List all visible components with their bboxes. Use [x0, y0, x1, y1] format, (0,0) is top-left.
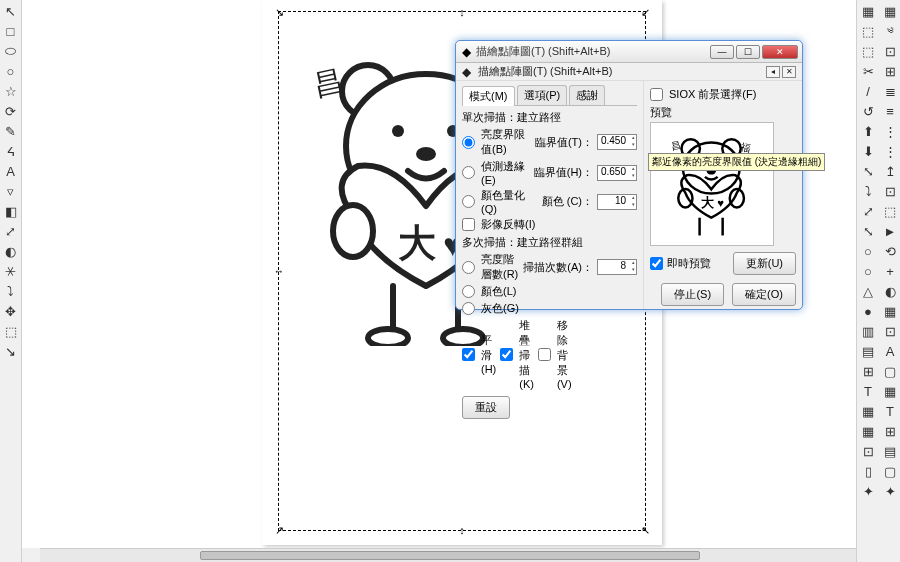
rtool-a-14[interactable]: △ — [859, 282, 877, 300]
rtool-a-10[interactable]: ⤢ — [859, 202, 877, 220]
rtool-a-13[interactable]: ○ — [859, 262, 877, 280]
input-scans[interactable]: 8 — [597, 259, 637, 275]
dialog-titlebar[interactable]: ◆ 描繪點陣圖(T) (Shift+Alt+B) — ☐ ✕ — [456, 41, 802, 63]
tool-3dbox[interactable]: ⬭ — [2, 42, 20, 60]
rtool-a-16[interactable]: ▥ — [859, 322, 877, 340]
rtool-b-1[interactable]: ༄ — [881, 22, 899, 40]
radio-edge[interactable] — [462, 166, 475, 179]
radio-quantize[interactable] — [462, 195, 475, 208]
input-edge-threshold[interactable]: 0.650 — [597, 165, 637, 181]
tool-spiral[interactable]: ⟳ — [2, 102, 20, 120]
rtool-b-21[interactable]: ⊞ — [881, 422, 899, 440]
tool-tweak[interactable]: ◐ — [2, 242, 20, 260]
rtool-a-20[interactable]: ▦ — [859, 402, 877, 420]
rtool-a-15[interactable]: ● — [859, 302, 877, 320]
dock-button[interactable]: ◂ — [766, 66, 780, 78]
checkbox-smooth[interactable] — [462, 348, 475, 361]
radio-brightness[interactable] — [462, 136, 475, 149]
rtool-a-5[interactable]: ↺ — [859, 102, 877, 120]
checkbox-realtime[interactable] — [650, 257, 663, 270]
rtool-b-13[interactable]: + — [881, 262, 899, 280]
rtool-b-24[interactable]: ✦ — [881, 482, 899, 500]
rtool-b-23[interactable]: ▢ — [881, 462, 899, 480]
horizontal-scrollbar[interactable] — [40, 548, 856, 562]
rtool-b-8[interactable]: ↥ — [881, 162, 899, 180]
rtool-b-6[interactable]: ⋮ — [881, 122, 899, 140]
ok-button[interactable]: 確定(O) — [732, 283, 796, 306]
rtool-b-0[interactable]: ▦ — [881, 2, 899, 20]
handle-left[interactable]: ↔ — [273, 265, 285, 277]
tool-select[interactable]: ↖ — [2, 2, 20, 20]
tool-node[interactable]: ⤢ — [2, 222, 20, 240]
rtool-b-19[interactable]: ▦ — [881, 382, 899, 400]
tool-measure[interactable]: ✥ — [2, 302, 20, 320]
tool-pencil[interactable]: ✎ — [2, 122, 20, 140]
checkbox-stack[interactable] — [500, 348, 513, 361]
rtool-a-22[interactable]: ⊡ — [859, 442, 877, 460]
rtool-b-10[interactable]: ⬚ — [881, 202, 899, 220]
rtool-a-24[interactable]: ✦ — [859, 482, 877, 500]
tool-connector[interactable]: ⤵ — [2, 282, 20, 300]
tool-calligraphy[interactable]: ᔦ — [2, 142, 20, 160]
minimize-button[interactable]: — — [710, 45, 734, 59]
sub-close-button[interactable]: ✕ — [782, 66, 796, 78]
handle-top[interactable]: ↕ — [456, 6, 468, 18]
tool-text[interactable]: A — [2, 162, 20, 180]
rtool-b-12[interactable]: ⟲ — [881, 242, 899, 260]
rtool-a-11[interactable]: ⤡ — [859, 222, 877, 240]
handle-top-right[interactable]: ↙ — [639, 6, 651, 18]
tool-rect[interactable]: □ — [2, 22, 20, 40]
rtool-a-3[interactable]: ✂ — [859, 62, 877, 80]
rtool-a-21[interactable]: ▦ — [859, 422, 877, 440]
close-button[interactable]: ✕ — [762, 45, 798, 59]
rtool-a-9[interactable]: ⤵ — [859, 182, 877, 200]
handle-top-left[interactable]: ↘ — [273, 6, 285, 18]
checkbox-siox[interactable] — [650, 88, 663, 101]
rtool-a-0[interactable]: ▦ — [859, 2, 877, 20]
rtool-b-7[interactable]: ⋮ — [881, 142, 899, 160]
maximize-button[interactable]: ☐ — [736, 45, 760, 59]
rtool-b-11[interactable]: ► — [881, 222, 899, 240]
tool-bucket[interactable]: ▿ — [2, 182, 20, 200]
rtool-b-17[interactable]: A — [881, 342, 899, 360]
rtool-b-16[interactable]: ⊡ — [881, 322, 899, 340]
update-button[interactable]: 更新(U) — [733, 252, 796, 275]
rtool-a-23[interactable]: ▯ — [859, 462, 877, 480]
checkbox-invert[interactable] — [462, 218, 475, 231]
tool-star[interactable]: ☆ — [2, 82, 20, 100]
handle-bottom[interactable]: ↕ — [456, 524, 468, 536]
rtool-b-14[interactable]: ◐ — [881, 282, 899, 300]
rtool-a-7[interactable]: ⬇ — [859, 142, 877, 160]
input-colors[interactable]: 10 — [597, 194, 637, 210]
rtool-b-15[interactable]: ▦ — [881, 302, 899, 320]
handle-bottom-left[interactable]: ↗ — [273, 524, 285, 536]
rtool-b-20[interactable]: T — [881, 402, 899, 420]
tool-dropper[interactable]: ↘ — [2, 342, 20, 360]
tab-credits[interactable]: 感謝 — [569, 85, 605, 105]
radio-colors2[interactable] — [462, 285, 475, 298]
tool-gradient[interactable]: ◧ — [2, 202, 20, 220]
rtool-a-19[interactable]: T — [859, 382, 877, 400]
rtool-b-4[interactable]: ≣ — [881, 82, 899, 100]
tab-options[interactable]: 選項(P) — [517, 85, 568, 105]
rtool-a-2[interactable]: ⬚ — [859, 42, 877, 60]
tool-zoom[interactable]: ⬚ — [2, 322, 20, 340]
radio-brightness-levels[interactable] — [462, 261, 475, 274]
rtool-a-18[interactable]: ⊞ — [859, 362, 877, 380]
rtool-a-12[interactable]: ○ — [859, 242, 877, 260]
tool-spray[interactable]: ⚹ — [2, 262, 20, 280]
rtool-a-1[interactable]: ⬚ — [859, 22, 877, 40]
rtool-a-6[interactable]: ⬆ — [859, 122, 877, 140]
input-threshold[interactable]: 0.450 — [597, 134, 637, 150]
scrollbar-thumb[interactable] — [200, 551, 700, 560]
rtool-b-5[interactable]: ≡ — [881, 102, 899, 120]
rtool-b-22[interactable]: ▤ — [881, 442, 899, 460]
rtool-b-2[interactable]: ⊡ — [881, 42, 899, 60]
radio-gray[interactable] — [462, 302, 475, 315]
rtool-a-8[interactable]: ⤡ — [859, 162, 877, 180]
tab-mode[interactable]: 模式(M) — [462, 86, 515, 106]
rtool-b-18[interactable]: ▢ — [881, 362, 899, 380]
tool-ellipse[interactable]: ○ — [2, 62, 20, 80]
handle-bottom-right[interactable]: ↖ — [639, 524, 651, 536]
rtool-b-9[interactable]: ⊡ — [881, 182, 899, 200]
